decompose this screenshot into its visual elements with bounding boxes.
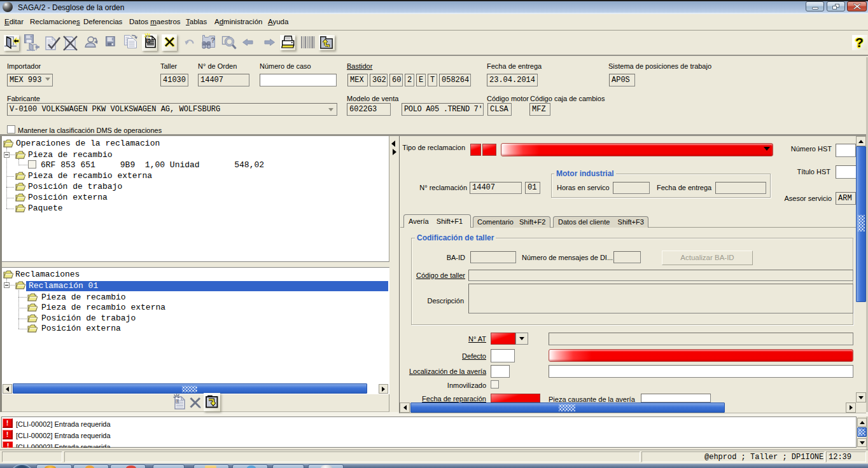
svg-text:?: ? xyxy=(211,36,215,44)
svg-text:E: E xyxy=(177,399,179,403)
svg-text:E: E xyxy=(148,39,150,43)
